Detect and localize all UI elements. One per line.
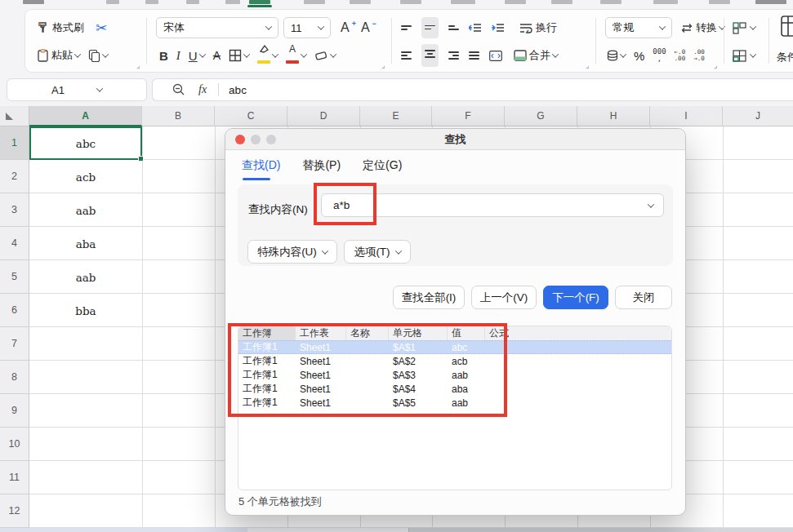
fill-color-button[interactable]: [257, 45, 278, 66]
row-header-10[interactable]: 10: [0, 428, 29, 461]
close-button[interactable]: 关闭: [615, 286, 672, 309]
row-header-9[interactable]: 9: [0, 394, 29, 428]
increase-decimal-button[interactable]: ←.0 .00: [675, 49, 686, 62]
fill-color-chevron[interactable]: [272, 51, 278, 57]
delete-cells-chevron[interactable]: [750, 51, 756, 57]
column-header-g[interactable]: G: [505, 106, 577, 126]
row-header-5[interactable]: 5: [0, 260, 29, 294]
cell-a5[interactable]: aab: [29, 260, 142, 294]
underline-button[interactable]: U: [189, 49, 205, 63]
cut-icon[interactable]: ✂: [96, 20, 107, 37]
previous-button[interactable]: 上一个(V): [471, 286, 537, 309]
align-center-icon[interactable]: [421, 44, 439, 66]
align-top-icon[interactable]: [401, 24, 412, 33]
grow-font-button[interactable]: A+: [341, 20, 356, 35]
bold-button[interactable]: B: [159, 49, 168, 63]
font-color-button[interactable]: A: [286, 45, 306, 66]
row-header-4[interactable]: 4: [0, 227, 29, 260]
font-group-expander[interactable]: ⌟: [381, 61, 385, 69]
zoom-window-button[interactable]: [266, 135, 276, 144]
strikethrough-button[interactable]: A: [213, 49, 221, 62]
eraser-chevron[interactable]: [330, 51, 336, 57]
merge-button[interactable]: 合并: [514, 48, 558, 63]
underline-chevron[interactable]: [198, 51, 205, 57]
row-header-8[interactable]: 8: [0, 361, 29, 394]
name-box-chevron[interactable]: [96, 85, 103, 91]
align-left-icon[interactable]: [401, 49, 412, 61]
borders-button[interactable]: [229, 49, 249, 62]
zoom-out-icon[interactable]: [172, 83, 185, 96]
formula-bar[interactable]: fx abc: [152, 78, 793, 101]
wrap-text-button[interactable]: 换行: [519, 20, 557, 35]
column-header-b[interactable]: B: [142, 106, 215, 126]
cell-a3[interactable]: aab: [29, 193, 142, 227]
italic-button[interactable]: I: [176, 49, 180, 63]
row-header-6[interactable]: 6: [0, 294, 29, 327]
borders-chevron[interactable]: [243, 51, 250, 57]
delete-cells-icon[interactable]: [733, 50, 746, 62]
copy-dropdown-chevron[interactable]: [102, 51, 109, 57]
row-header-7[interactable]: 7: [0, 327, 29, 361]
row-header-3[interactable]: 3: [0, 193, 29, 227]
tab-replace[interactable]: 替换(P): [302, 158, 341, 180]
column-header-e[interactable]: E: [360, 106, 432, 126]
column-header-d[interactable]: D: [287, 106, 360, 126]
dialog-titlebar[interactable]: 查找: [225, 129, 685, 150]
row-header-11[interactable]: 11: [0, 461, 29, 494]
distributed-icon[interactable]: [489, 51, 502, 61]
name-box[interactable]: A1: [7, 78, 147, 101]
currency-format-button[interactable]: [607, 50, 626, 61]
convert-button[interactable]: 转换: [680, 20, 724, 35]
special-content-button[interactable]: 特殊内容(U): [247, 240, 337, 264]
minimize-window-button[interactable]: [251, 135, 261, 144]
insert-cells-chevron[interactable]: [750, 23, 756, 29]
decrease-indent-icon[interactable]: [469, 23, 482, 33]
results-header-formula[interactable]: 公式: [485, 326, 671, 340]
thousands-separator-button[interactable]: 000,: [653, 48, 666, 63]
close-window-button[interactable]: [235, 135, 245, 144]
percent-style-button[interactable]: %: [634, 49, 644, 63]
justify-icon[interactable]: [469, 49, 479, 61]
number-format-combo[interactable]: 常规: [605, 17, 672, 38]
conditional-format-icon[interactable]: [780, 15, 793, 38]
column-header-i[interactable]: I: [650, 106, 723, 126]
paste-button[interactable]: 粘贴: [37, 48, 80, 63]
menubar-active-tab[interactable]: [249, 0, 270, 4]
column-header-j[interactable]: J: [723, 106, 793, 126]
next-button[interactable]: 下一个(F): [543, 286, 608, 309]
insert-cells-icon[interactable]: [733, 22, 746, 34]
font-name-combo[interactable]: 宋体: [156, 17, 278, 38]
increase-indent-icon[interactable]: [492, 23, 505, 33]
options-button[interactable]: 选项(T): [344, 240, 411, 264]
number-group-expander[interactable]: ⌟: [714, 61, 717, 69]
currency-chevron[interactable]: [620, 51, 626, 57]
column-header-h[interactable]: H: [577, 106, 650, 126]
find-all-button[interactable]: 查找全部(I): [393, 286, 465, 309]
row-header-2[interactable]: 2: [0, 160, 29, 193]
copy-button[interactable]: [88, 49, 108, 62]
select-all-corner[interactable]: [0, 106, 29, 126]
merge-chevron[interactable]: [552, 51, 559, 57]
shrink-font-button[interactable]: A−: [361, 20, 376, 35]
find-what-chevron[interactable]: [648, 201, 654, 207]
align-bottom-icon[interactable]: [448, 24, 459, 33]
conditional-format-label[interactable]: 条件格式: [777, 50, 793, 64]
font-size-combo[interactable]: 11: [283, 17, 331, 38]
decrease-decimal-button[interactable]: .00 →.0: [693, 49, 705, 62]
eraser-button[interactable]: [314, 50, 336, 61]
fill-handle[interactable]: [138, 156, 144, 162]
paste-dropdown-chevron[interactable]: [74, 51, 81, 57]
column-header-f[interactable]: F: [432, 106, 505, 126]
column-header-c[interactable]: C: [215, 106, 287, 126]
clipboard-group-expander[interactable]: ⌟: [136, 61, 140, 69]
format-painter-button[interactable]: 格式刷: [37, 20, 84, 35]
cell-a4[interactable]: aba: [29, 227, 142, 260]
alignment-group-expander[interactable]: ⌟: [586, 61, 589, 69]
font-color-chevron[interactable]: [301, 51, 307, 57]
row-header-12[interactable]: 12: [0, 494, 29, 528]
align-right-icon[interactable]: [448, 49, 459, 61]
tab-find[interactable]: 查找(D): [242, 158, 280, 180]
cell-a6[interactable]: bba: [29, 294, 142, 327]
column-header-a[interactable]: A: [29, 106, 142, 126]
align-middle-icon[interactable]: [421, 17, 439, 38]
